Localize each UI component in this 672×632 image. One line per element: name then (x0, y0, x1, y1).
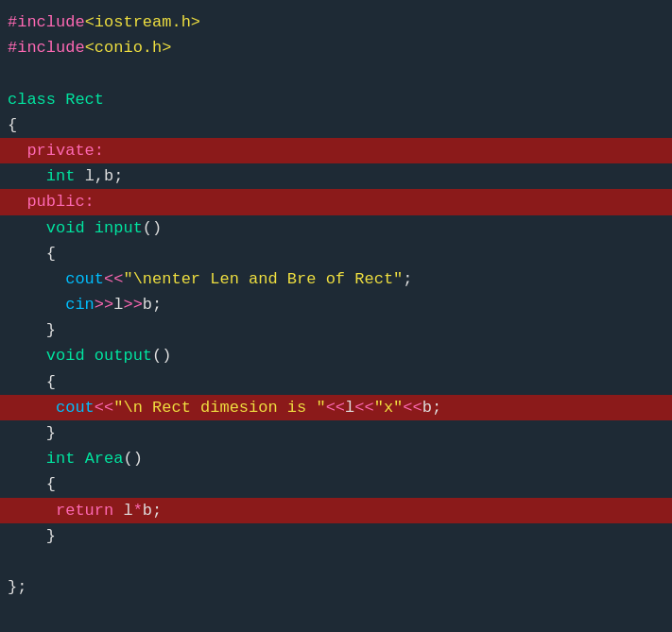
token: { (8, 475, 56, 493)
token: l,b; (85, 167, 124, 185)
token: { (8, 245, 56, 263)
token: void (46, 347, 95, 365)
token: "\nenter Len and Bre of Rect" (123, 270, 403, 288)
line-content: class Rect (8, 87, 104, 112)
token: () (152, 347, 171, 365)
token (8, 502, 56, 520)
token: cout (56, 399, 95, 417)
line-content: void input() (8, 215, 162, 241)
token (8, 296, 65, 314)
code-line: class Rect (0, 87, 672, 112)
token: l (345, 399, 354, 417)
line-content (8, 549, 17, 574)
token: } (8, 321, 56, 339)
token: >> (123, 296, 142, 314)
line-content: return l*b; (8, 498, 162, 523)
line-content: int l,b; (8, 163, 123, 189)
line-content: private: (8, 138, 104, 163)
token (8, 270, 65, 288)
code-editor: #include<iostream.h>#include<conio.h> cl… (0, 0, 672, 632)
token: b; (422, 399, 441, 417)
code-line: } (0, 420, 672, 446)
code-line: cout<<"\n Rect dimesion is "<<l<<"x"<<b; (0, 395, 672, 420)
line-content: void output() (8, 343, 171, 368)
code-line: void input() (0, 215, 672, 241)
token: Rect (65, 91, 104, 109)
token: return (56, 502, 123, 520)
code-line: #include<conio.h> (0, 35, 672, 60)
line-content: { (8, 471, 56, 497)
code-line (0, 60, 672, 86)
token: b; (143, 502, 162, 520)
code-line: int l,b; (0, 163, 672, 189)
line-content (8, 60, 17, 86)
token (8, 347, 46, 365)
token: void (46, 219, 95, 237)
token: cout (65, 270, 104, 288)
code-line: { (0, 369, 672, 395)
token: << (326, 399, 345, 417)
token: l (123, 502, 132, 520)
line-content: { (8, 369, 56, 395)
line-content: cout<<"\nenter Len and Bre of Rect"; (8, 266, 413, 292)
line-content: cin>>l>>b; (8, 292, 162, 317)
token (8, 167, 46, 185)
line-content: } (8, 317, 56, 343)
line-content: int Area() (8, 446, 143, 471)
token: << (403, 399, 422, 417)
token: << (354, 399, 373, 417)
code-line: return l*b; (0, 498, 672, 523)
token: <iostream.h> (85, 13, 200, 31)
code-line: { (0, 241, 672, 266)
token: #include (8, 39, 85, 57)
token: } (8, 527, 56, 545)
code-line: }; (0, 574, 672, 600)
token (8, 219, 46, 237)
token: class (8, 91, 65, 109)
line-content: public: (8, 189, 95, 214)
token: { (8, 373, 56, 391)
line-content: #include<iostream.h> (8, 9, 200, 35)
line-content: } (8, 523, 56, 549)
token: cin (65, 296, 95, 314)
line-content: { (8, 112, 17, 138)
token: () (123, 450, 142, 468)
token: { (8, 116, 17, 134)
token: private: (8, 142, 104, 160)
token: >> (95, 296, 113, 314)
line-content: } (8, 420, 56, 446)
line-content: { (8, 241, 56, 266)
token: input (95, 219, 143, 237)
token: b; (143, 296, 162, 314)
code-line: int Area() (0, 446, 672, 471)
line-content: #include<conio.h> (8, 35, 171, 60)
token: l (113, 296, 123, 314)
token: int (46, 167, 85, 185)
token: <conio.h> (85, 39, 172, 57)
token: Area (85, 450, 124, 468)
line-content: cout<<"\n Rect dimesion is "<<l<<"x"<<b; (8, 395, 441, 420)
token: () (143, 219, 162, 237)
code-line: #include<iostream.h> (0, 9, 672, 35)
token: "\n Rect dimesion is " (113, 399, 325, 417)
token: } (8, 424, 56, 442)
token: "x" (374, 399, 404, 417)
code-line: { (0, 112, 672, 138)
code-line: } (0, 523, 672, 549)
code-line (0, 549, 672, 574)
token: output (95, 347, 152, 365)
code-line: void output() (0, 343, 672, 368)
token: public: (8, 193, 95, 211)
token: int (46, 450, 85, 468)
code-line: cin>>l>>b; (0, 292, 672, 317)
token: << (95, 399, 113, 417)
code-line: private: (0, 138, 672, 163)
token (8, 399, 56, 417)
token (8, 450, 46, 468)
token: * (133, 502, 143, 520)
token: }; (8, 578, 26, 596)
token: ; (403, 270, 412, 288)
token: #include (8, 13, 85, 31)
token: << (104, 270, 123, 288)
code-line: } (0, 317, 672, 343)
